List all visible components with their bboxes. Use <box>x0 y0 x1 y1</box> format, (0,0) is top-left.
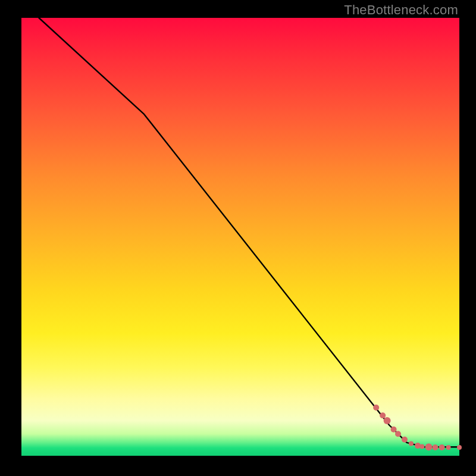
chart-overlay <box>21 18 459 456</box>
data-point <box>419 444 424 449</box>
curve-path <box>39 18 459 447</box>
data-markers <box>373 405 462 450</box>
data-point <box>380 412 386 418</box>
data-point <box>409 441 414 446</box>
data-point <box>402 437 408 443</box>
data-point <box>425 443 433 450</box>
data-point <box>384 417 391 424</box>
data-point <box>457 445 462 450</box>
data-point <box>415 443 421 449</box>
data-point <box>391 427 397 433</box>
data-point <box>446 445 451 450</box>
data-point <box>395 431 401 437</box>
chart-frame: TheBottleneck.com <box>0 0 476 476</box>
data-point <box>433 444 439 450</box>
data-point <box>439 444 445 450</box>
bottleneck-curve <box>39 18 459 447</box>
data-point <box>373 405 379 411</box>
watermark-text: TheBottleneck.com <box>344 2 458 18</box>
